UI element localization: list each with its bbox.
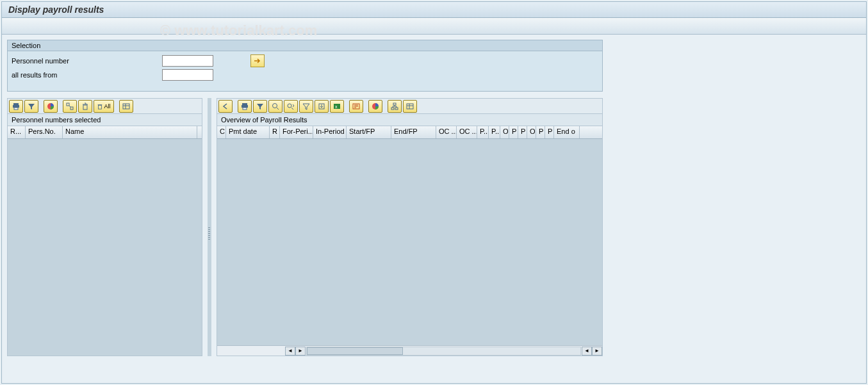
delete-all-button[interactable]: All [94, 100, 114, 113]
left-grid-title: Personnel numbers selected [7, 113, 202, 126]
svg-rect-9 [242, 103, 247, 105]
sort-filter-icon [302, 102, 310, 110]
svg-rect-11 [243, 108, 247, 110]
detail-icon [352, 102, 360, 110]
scroll-track[interactable] [306, 347, 581, 356]
chart-button[interactable] [368, 100, 382, 113]
right-panel: x Overview of Payroll Results CPmt dateR… [217, 98, 603, 356]
chart-button[interactable] [44, 100, 58, 113]
scroll-right-button[interactable]: ► [295, 347, 306, 356]
print-button[interactable] [238, 100, 252, 113]
column-header[interactable]: R [270, 126, 280, 138]
arrow-right-icon [254, 58, 261, 64]
delete-all-label: All [104, 103, 110, 110]
left-toolbar: All [7, 98, 202, 113]
column-header[interactable]: In-Period [313, 126, 347, 138]
left-grid-body[interactable] [8, 139, 202, 356]
column-header[interactable]: Pmt date [226, 126, 270, 138]
delete-button[interactable] [78, 100, 92, 113]
column-header[interactable]: Name [63, 126, 197, 138]
find-next-button[interactable] [284, 100, 298, 113]
back-button[interactable] [218, 100, 233, 113]
column-header[interactable]: P... [489, 126, 500, 138]
horizontal-scrollbar[interactable]: ◄ ► ◄ ► [217, 345, 602, 356]
print-icon [241, 102, 249, 110]
chart-icon [372, 102, 379, 110]
column-header[interactable]: Start/FP [347, 126, 391, 138]
set-filter-button[interactable] [299, 100, 313, 113]
all-results-from-input[interactable] [162, 69, 213, 81]
personnel-number-input[interactable] [162, 55, 213, 67]
find-button[interactable] [268, 100, 283, 113]
hierarchy-icon [391, 102, 398, 110]
export-button[interactable] [315, 100, 329, 113]
detail-button[interactable] [349, 100, 363, 113]
vertical-splitter[interactable] [208, 98, 211, 356]
right-grid-title: Overview of Payroll Results [217, 113, 603, 126]
multiple-selection-button[interactable] [250, 54, 265, 67]
column-header[interactable]: P... [477, 126, 489, 138]
column-header[interactable]: OC ... [457, 126, 477, 138]
layout-button[interactable] [403, 100, 417, 113]
filter-button[interactable] [24, 100, 38, 113]
selection-panel: Selection Personnel number all results f… [7, 40, 603, 92]
excel-button[interactable]: x [330, 100, 344, 113]
page-title: Display payroll results [2, 2, 866, 18]
filter-icon [256, 102, 264, 110]
svg-point-12 [273, 103, 277, 108]
filter-icon [28, 102, 35, 110]
column-header[interactable]: O [500, 126, 509, 138]
export-icon [318, 102, 325, 110]
column-header[interactable]: R... [8, 126, 26, 138]
svg-rect-1 [13, 105, 19, 108]
svg-rect-21 [395, 108, 398, 110]
right-grid-header: CPmt dateRFor-Peri...In-PeriodStart/FPEn… [217, 126, 602, 139]
svg-rect-2 [14, 108, 18, 110]
scroll-left-end-button[interactable]: ◄ [582, 347, 592, 356]
excel-icon: x [333, 102, 341, 110]
scroll-left-button[interactable]: ◄ [285, 347, 295, 356]
left-panel: All Personnel numbers selected R...Pers.… [7, 98, 202, 356]
left-grid: R...Pers.No.Name [7, 126, 202, 356]
column-header[interactable]: OC ... [436, 126, 457, 138]
column-header[interactable]: End o [554, 126, 580, 138]
find-next-icon [287, 102, 295, 110]
selection-header: Selection [8, 40, 602, 51]
print-icon [12, 102, 20, 110]
layout-icon [122, 102, 130, 110]
print-button[interactable] [9, 100, 23, 113]
scroll-right-end-button[interactable]: ► [592, 347, 602, 356]
app-toolbar [2, 18, 866, 35]
back-icon [222, 102, 229, 110]
all-results-from-label: all results from [12, 71, 162, 79]
svg-rect-7 [99, 105, 102, 109]
scroll-thumb[interactable] [307, 347, 403, 355]
svg-rect-19 [393, 103, 396, 105]
svg-rect-5 [70, 107, 73, 110]
column-header[interactable]: O [527, 126, 536, 138]
column-header[interactable]: P [545, 126, 554, 138]
column-header[interactable]: P [536, 126, 545, 138]
expand-button[interactable] [63, 100, 77, 113]
svg-rect-8 [123, 104, 129, 109]
column-header[interactable]: For-Peri... [280, 126, 313, 138]
svg-rect-10 [242, 105, 248, 108]
column-header[interactable]: End/FP [391, 126, 436, 138]
svg-point-13 [288, 104, 291, 108]
right-grid-body[interactable] [217, 139, 602, 345]
column-header[interactable]: C [217, 126, 226, 138]
column-header[interactable]: Pers.No. [26, 126, 63, 138]
svg-rect-20 [391, 108, 394, 110]
svg-rect-6 [83, 105, 87, 110]
svg-rect-22 [407, 104, 413, 109]
right-grid: CPmt dateRFor-Peri...In-PeriodStart/FPEn… [217, 126, 603, 356]
column-header[interactable]: P [518, 126, 527, 138]
filter-button[interactable] [253, 100, 267, 113]
layout-button[interactable] [119, 100, 133, 113]
expand-icon [66, 102, 74, 110]
hierarchy-button[interactable] [388, 100, 402, 113]
column-header[interactable]: P [509, 126, 518, 138]
svg-text:x: x [335, 104, 338, 109]
chart-icon [47, 102, 54, 110]
find-icon [272, 102, 279, 110]
